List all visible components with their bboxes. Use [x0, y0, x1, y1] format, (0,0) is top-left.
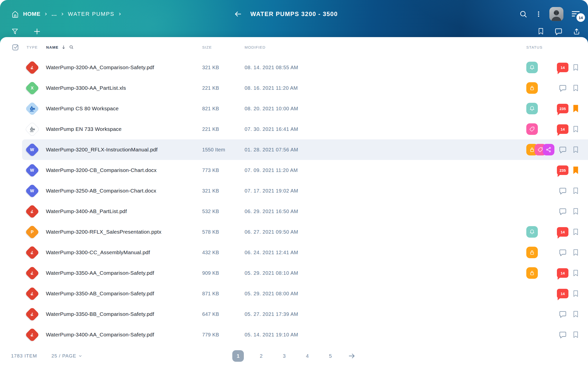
file-name[interactable]: WaterPump-3350-BB_Comparison-Safety.pdf	[46, 311, 202, 317]
breadcrumb-section[interactable]: WATER PUMPS	[68, 11, 115, 17]
back-arrow-icon[interactable]	[234, 10, 242, 18]
footer-bar: 1783 ITEM 25 / PAGE 12345	[0, 345, 588, 367]
comment-icon[interactable]	[554, 28, 563, 35]
file-name[interactable]: WaterPump-3300-CC_AssemblyManual.pdf	[46, 249, 202, 255]
file-name[interactable]: WaterPump-3200-RFLX_SalesPresentation.pp…	[46, 229, 202, 235]
bookmark-icon[interactable]	[572, 187, 579, 195]
table-row[interactable]: P WaterPump-3200-RFLX_SalesPresentation.…	[22, 222, 588, 242]
file-modified: 08. 20. 2021 10:00 AM	[245, 106, 526, 112]
page-button[interactable]: 2	[255, 350, 267, 362]
search-icon[interactable]	[519, 10, 528, 19]
file-name[interactable]: WaterPump-3400-AB_PartList.pdf	[46, 208, 202, 214]
avatar[interactable]	[549, 7, 563, 21]
comment-count-badge[interactable]: 235	[557, 165, 568, 175]
bookmark-icon[interactable]	[572, 269, 579, 277]
comment-count: 14	[561, 230, 565, 234]
file-name[interactable]: WaterPump-3200-AA_Comparison-Safety.pdf	[46, 64, 202, 70]
bookmark-icon[interactable]	[572, 63, 579, 72]
comment-count-badge[interactable]: 14	[557, 289, 568, 298]
table-row[interactable]: WaterPump-3200-AA_Comparison-Safety.pdf …	[22, 57, 588, 78]
share-upload-icon[interactable]	[573, 28, 580, 35]
comment-count-badge[interactable]: 14	[557, 124, 568, 134]
bookmark-icon[interactable]	[537, 27, 544, 35]
bookmark-icon[interactable]	[572, 146, 579, 154]
comment-icon[interactable]	[559, 146, 567, 154]
name-search-icon[interactable]	[69, 45, 74, 50]
page-button[interactable]: 3	[278, 350, 290, 362]
file-name[interactable]: WaterPump-3300-AA_PartList.xls	[46, 85, 202, 91]
page-button[interactable]: 4	[302, 350, 313, 362]
home-icon[interactable]	[11, 10, 19, 18]
plus-icon[interactable]	[33, 27, 41, 36]
comment-count-badge[interactable]: 235	[557, 104, 568, 113]
comment-count-badge[interactable]: 14	[557, 227, 568, 237]
file-name[interactable]: WaterPump-3200_RFLX-InstructionManual.pd…	[46, 147, 202, 153]
file-name[interactable]: WaterPump-3400-AA_Comparison-Safety.pdf	[46, 332, 202, 338]
filter-lines-icon[interactable]: 14	[570, 9, 581, 19]
file-name[interactable]: WaterPump-3250-AB_Comparison-Chart.docx	[46, 188, 202, 194]
table-row[interactable]: W WaterPump-3200_RFLX-InstructionManual.…	[22, 139, 588, 160]
comment-icon[interactable]	[559, 249, 567, 256]
bookmark-icon[interactable]	[572, 125, 579, 133]
kebab-menu-icon[interactable]	[535, 10, 542, 18]
bookmark-filled-icon[interactable]	[572, 104, 579, 113]
breadcrumb-ellipsis[interactable]: ...	[51, 11, 57, 17]
file-modified: 07. 09. 2021 11:20 AM	[245, 167, 526, 173]
comment-count-badge[interactable]: 14	[557, 63, 568, 72]
comment-icon[interactable]	[559, 310, 567, 318]
table-row[interactable]: X WaterPump-3300-AA_PartList.xls 221 KB …	[22, 78, 588, 98]
table-row[interactable]: WaterPump-3350-AB_Comparison-Safety.pdf …	[22, 283, 588, 304]
per-page-dropdown[interactable]: 25 / PAGE	[51, 353, 82, 359]
bookmark-filled-icon[interactable]	[572, 166, 579, 175]
bell-badge-icon	[526, 226, 538, 238]
file-status-cell: 235	[526, 103, 588, 114]
sort-descending-icon[interactable]	[61, 45, 66, 50]
breadcrumb-home[interactable]: HOME	[23, 11, 40, 17]
bookmark-icon[interactable]	[572, 207, 579, 216]
table-row[interactable]: W WaterPump-3200-CB_Comparison-Chart.doc…	[22, 160, 588, 180]
table-row[interactable]: W WaterPump-3250-AB_Comparison-Chart.doc…	[22, 180, 588, 201]
bookmark-icon[interactable]	[572, 84, 579, 92]
page-button[interactable]: 1	[232, 350, 244, 362]
bookmark-icon[interactable]	[572, 228, 579, 236]
file-status-cell: 14	[526, 62, 588, 73]
table-row[interactable]: WaterPump EN 733 Workspace 221 KB 07. 30…	[22, 119, 588, 139]
app-window: HOME ... WATER PUMPS WATER PUMPS 3200 - …	[0, 0, 588, 367]
file-size: 779 KB	[202, 332, 245, 338]
file-status-cell	[526, 82, 588, 94]
comment-icon[interactable]	[559, 187, 567, 195]
comment-count: 235	[559, 107, 566, 111]
bookmark-icon[interactable]	[572, 331, 579, 339]
table-row[interactable]: WaterPump CS 80 Workspace 821 KB 08. 20.…	[22, 98, 588, 119]
file-modified: 01. 28. 2021 07:56 AM	[245, 147, 526, 153]
bookmark-icon[interactable]	[572, 248, 579, 257]
file-name[interactable]: WaterPump EN 733 Workspace	[46, 126, 202, 132]
select-all-checkbox[interactable]	[12, 43, 19, 51]
bookmark-icon[interactable]	[572, 290, 579, 298]
file-status-cell: 14	[526, 226, 588, 238]
funnel-filter-icon[interactable]	[11, 28, 19, 35]
table-row[interactable]: WaterPump-3350-AA_Comparison-Safety.pdf …	[22, 263, 588, 283]
table-row[interactable]: WaterPump-3400-AA_Comparison-Safety.pdf …	[22, 324, 588, 345]
chevron-right-icon	[61, 12, 64, 16]
comment-icon[interactable]	[559, 331, 567, 339]
column-header-name[interactable]: NAME	[46, 45, 74, 50]
bookmark-icon[interactable]	[572, 310, 579, 318]
comment-count: 14	[561, 271, 565, 275]
comment-icon[interactable]	[559, 208, 567, 215]
table-row[interactable]: WaterPump-3300-CC_AssemblyManual.pdf 432…	[22, 242, 588, 263]
page-button[interactable]: 5	[325, 350, 336, 362]
chevron-right-icon	[44, 12, 48, 16]
file-name[interactable]: WaterPump CS 80 Workspace	[46, 106, 202, 112]
file-name[interactable]: WaterPump-3350-AA_Comparison-Safety.pdf	[46, 270, 202, 276]
file-type-cell	[22, 245, 46, 260]
file-name[interactable]: WaterPump-3200-CB_Comparison-Chart.docx	[46, 167, 202, 173]
table-row[interactable]: WaterPump-3350-BB_Comparison-Safety.pdf …	[22, 304, 588, 324]
table-row[interactable]: WaterPump-3400-AB_PartList.pdf 532 KB 06…	[22, 201, 588, 222]
file-type-cell	[22, 204, 46, 219]
next-page-arrow-icon[interactable]	[348, 352, 356, 360]
comment-count-badge[interactable]: 14	[557, 268, 568, 278]
comment-icon[interactable]	[559, 84, 567, 92]
file-name[interactable]: WaterPump-3350-AB_Comparison-Safety.pdf	[46, 291, 202, 297]
file-modified: 05. 27. 2021 17:39 AM	[245, 311, 526, 317]
